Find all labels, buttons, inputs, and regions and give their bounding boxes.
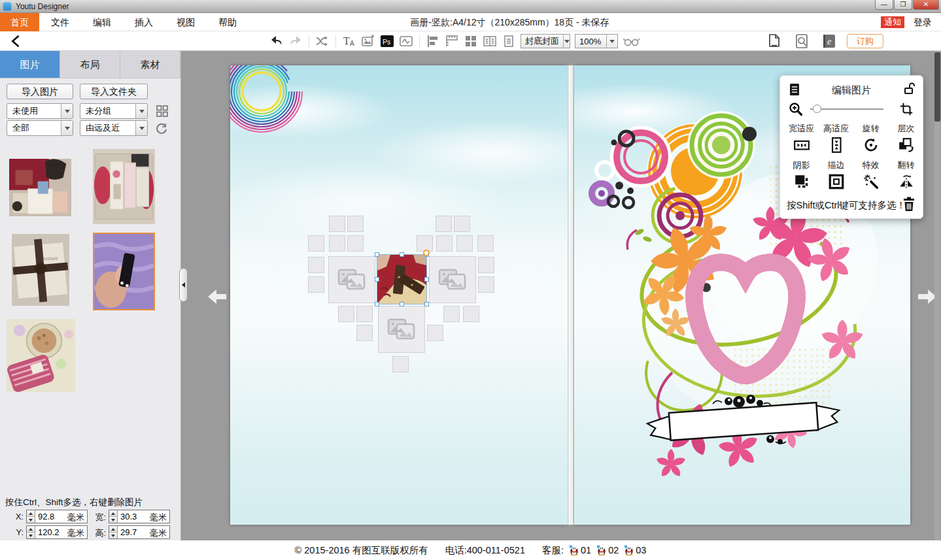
group-filter-dropdown[interactable]: 未分组 <box>80 103 148 119</box>
grid-view-icon[interactable] <box>464 34 478 48</box>
ebook-icon[interactable]: e <box>821 33 837 49</box>
width-input[interactable] <box>118 510 150 523</box>
import-folder-button[interactable]: 导入文件夹 <box>80 84 148 99</box>
thumbnail-gift-box-photo[interactable] <box>9 159 71 216</box>
thumbnail-snack-bowl-photo[interactable] <box>7 319 75 392</box>
notice-button[interactable]: 通知 <box>881 16 904 28</box>
menu-item-edit[interactable]: 编辑 <box>81 13 123 31</box>
qq-service-2[interactable]: 02 <box>596 545 619 555</box>
resize-handle[interactable] <box>400 302 404 306</box>
thumbnail-cosmetics-box-photo[interactable] <box>93 149 155 224</box>
menu-item-view[interactable]: 视图 <box>165 13 207 31</box>
shuffle-icon[interactable] <box>315 34 330 48</box>
tool-flip[interactable]: 翻转 <box>889 159 923 193</box>
page-select-dropdown[interactable]: 封底封面 <box>521 34 570 48</box>
x-stepper[interactable] <box>27 510 35 523</box>
refresh-icon[interactable] <box>154 121 169 135</box>
text-tool-icon[interactable]: T A <box>342 34 356 48</box>
close-button[interactable]: ✕ <box>913 0 939 10</box>
collage-cell[interactable] <box>338 306 354 322</box>
collage-cell[interactable] <box>392 356 409 372</box>
qq-service-1[interactable]: 01 <box>569 545 591 555</box>
qq-service-3[interactable]: 03 <box>624 545 646 555</box>
width-stepper[interactable] <box>109 510 118 523</box>
minimize-button[interactable]: — <box>875 0 893 10</box>
collage-cell[interactable] <box>443 306 460 322</box>
photo-zoom-slider-knob[interactable] <box>813 105 821 113</box>
undo-icon[interactable] <box>269 34 284 48</box>
collage-cell[interactable] <box>308 235 324 252</box>
collage-cell[interactable] <box>347 216 364 232</box>
resize-handle[interactable] <box>375 277 379 282</box>
tab-layout[interactable]: 布局 <box>60 51 120 78</box>
tool-shadow[interactable]: 阴影 <box>784 159 819 193</box>
collage-cell[interactable] <box>436 235 453 252</box>
thumbnail-purple-blanket-photo[interactable] <box>94 234 154 309</box>
spread-view-icon[interactable] <box>483 34 497 48</box>
unlock-icon[interactable] <box>903 81 916 95</box>
collage-photo-slot[interactable] <box>429 256 476 303</box>
prev-page-arrow[interactable] <box>208 288 226 306</box>
tool-height-fit[interactable]: 高适应 <box>819 123 853 156</box>
preview-glasses-icon[interactable] <box>623 34 641 48</box>
sidebar-collapse-handle[interactable] <box>179 268 188 302</box>
image-swap-icon[interactable] <box>399 34 413 48</box>
scope-filter-dropdown[interactable]: 全部 <box>7 120 73 136</box>
tool-stroke[interactable]: 描边 <box>819 159 853 193</box>
selected-photo-frame[interactable] <box>377 255 426 304</box>
export-icon[interactable] <box>766 33 782 49</box>
collage-cell[interactable] <box>436 216 452 232</box>
collage-cell[interactable] <box>427 325 443 341</box>
collage-cell[interactable] <box>477 235 494 252</box>
thumbnail-ribbon-box-photo[interactable]: Antique <box>12 234 69 306</box>
order-button[interactable]: 订购 <box>847 34 883 48</box>
usage-filter-dropdown[interactable]: 未使用 <box>7 103 73 119</box>
collage-cell[interactable] <box>308 257 324 273</box>
tab-materials[interactable]: 素材 <box>120 51 180 78</box>
height-stepper[interactable] <box>109 526 118 538</box>
resize-handle[interactable] <box>424 277 429 282</box>
rotate-handle[interactable] <box>423 250 430 256</box>
collage-cell[interactable] <box>347 235 364 252</box>
collage-cell[interactable] <box>463 306 479 322</box>
menu-item-help[interactable]: 帮助 <box>207 13 248 31</box>
collage-cell[interactable] <box>478 257 494 273</box>
trash-icon[interactable] <box>902 196 916 212</box>
page-left-canvas[interactable] <box>230 65 568 525</box>
tool-width-fit[interactable]: 宽适应 <box>784 123 819 156</box>
collage-photo-slot[interactable] <box>378 306 425 353</box>
maximize-button[interactable]: ❐ <box>894 0 912 10</box>
tool-effects[interactable]: 特效 <box>853 159 888 193</box>
collage-photo-slot[interactable] <box>328 256 375 303</box>
canvas-scrollbar[interactable] <box>934 51 940 540</box>
y-stepper[interactable] <box>27 526 35 538</box>
next-page-arrow[interactable] <box>918 288 936 306</box>
collage-cell[interactable] <box>356 306 373 322</box>
tool-layer[interactable]: 层次 <box>889 123 923 156</box>
align-icon[interactable] <box>426 34 440 48</box>
collage-cell[interactable] <box>329 235 345 252</box>
resize-handle[interactable] <box>375 252 379 257</box>
menu-item-home[interactable]: 首页 <box>0 13 39 31</box>
height-input[interactable] <box>118 526 150 538</box>
zoom-in-icon[interactable] <box>788 101 804 117</box>
redo-icon[interactable] <box>288 34 303 48</box>
resize-handle[interactable] <box>400 252 404 257</box>
tab-images[interactable]: 图片 <box>0 51 60 78</box>
photoshop-icon[interactable]: Ps <box>380 34 394 48</box>
menu-item-file[interactable]: 文件 <box>39 13 81 31</box>
sort-filter-dropdown[interactable]: 由远及近 <box>80 120 148 136</box>
collage-cell[interactable] <box>356 325 373 341</box>
image-tool-icon[interactable] <box>361 34 375 48</box>
tool-rotate[interactable]: 旋转 <box>853 123 888 156</box>
preview-search-icon[interactable] <box>794 33 810 49</box>
collage-cell[interactable] <box>308 276 324 293</box>
resize-handle[interactable] <box>424 302 429 306</box>
collage-cell[interactable] <box>456 235 473 252</box>
thumbnail-grid-icon[interactable] <box>156 105 169 118</box>
zoom-dropdown[interactable]: 100% <box>575 34 618 48</box>
collage-cell[interactable] <box>329 216 345 232</box>
crop-icon[interactable] <box>899 102 914 116</box>
back-button[interactable] <box>9 34 22 48</box>
ruler-icon[interactable] <box>445 34 459 48</box>
